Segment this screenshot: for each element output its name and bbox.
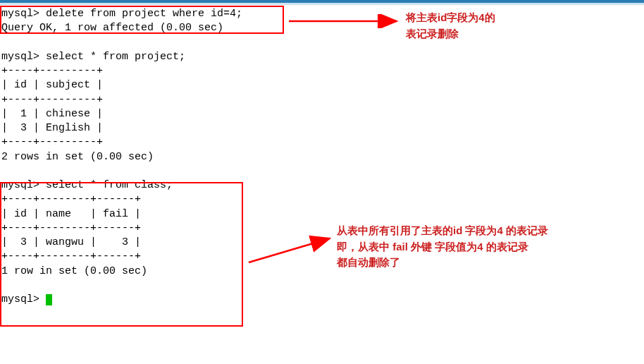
- annotation-2-line1: 从表中所有引用了主表的id 字段为4 的表记录: [337, 223, 548, 239]
- annotation-2-line3: 都自动删除了: [337, 255, 548, 271]
- svg-line-1: [249, 238, 330, 262]
- annotation-arrow-1: [285, 14, 405, 28]
- window-top-border: [0, 0, 644, 3]
- annotation-2-line2: 即，从表中 fail 外键 字段值为4 的表记录: [337, 239, 548, 255]
- terminal-output: mysql> delete from project where id=4; Q…: [1, 7, 242, 307]
- annotation-arrow-2: [245, 233, 337, 268]
- annotation-1-line2: 表记录删除: [406, 26, 495, 42]
- terminal-cursor: [46, 294, 52, 305]
- annotation-text-2: 从表中所有引用了主表的id 字段为4 的表记录 即，从表中 fail 外键 字段…: [337, 223, 548, 271]
- annotation-1-line1: 将主表id字段为4的: [406, 10, 495, 26]
- annotation-text-1: 将主表id字段为4的 表记录删除: [406, 10, 495, 42]
